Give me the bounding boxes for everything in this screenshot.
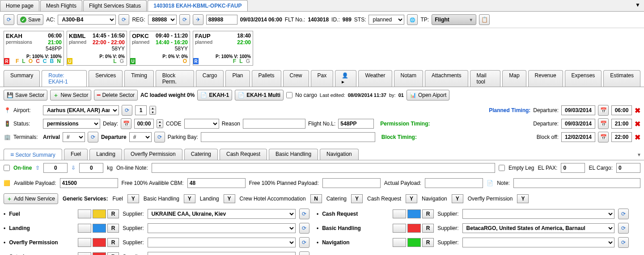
service-status-1[interactable] bbox=[393, 238, 406, 247]
flightno-input[interactable] bbox=[338, 119, 374, 129]
subtab-fuel[interactable]: Fuel bbox=[64, 149, 88, 160]
calendar-icon[interactable] bbox=[598, 105, 609, 116]
supplier-refresh[interactable] bbox=[299, 251, 309, 255]
fuel-down-input[interactable] bbox=[79, 163, 103, 173]
avail-payload-input[interactable] bbox=[60, 178, 118, 188]
gs-catering-toggle[interactable]: Y bbox=[351, 194, 363, 203]
service-status-2[interactable] bbox=[407, 224, 421, 233]
delay-input[interactable] bbox=[134, 119, 154, 129]
supplier-select[interactable] bbox=[148, 252, 296, 255]
block-date-input[interactable] bbox=[561, 132, 595, 142]
tab-notam[interactable]: Notam bbox=[394, 70, 423, 87]
seq-spinner[interactable]: ▲▼ bbox=[149, 106, 156, 115]
service-status-1[interactable] bbox=[78, 238, 91, 247]
tab-weather[interactable]: Weather bbox=[358, 70, 392, 87]
open-airport-button[interactable]: Open Aiport bbox=[407, 90, 449, 100]
departure-select[interactable]: # bbox=[129, 132, 152, 142]
delay-spinner[interactable]: ▲▼ bbox=[157, 119, 163, 128]
tab-route-ekah-1[interactable]: Route: EKAH-1 bbox=[42, 70, 87, 87]
service-r-button[interactable]: R bbox=[107, 252, 119, 255]
gs-landing-toggle[interactable]: Y bbox=[224, 194, 235, 203]
tab-summary[interactable]: Summary bbox=[4, 70, 40, 87]
tab-timing[interactable]: Timing bbox=[124, 70, 154, 87]
subtab-catering[interactable]: Catering bbox=[184, 149, 218, 160]
no-cargo-checkbox[interactable] bbox=[286, 92, 292, 98]
tab-home[interactable]: Home page bbox=[0, 0, 39, 11]
subtab-overflow-icon[interactable]: ▼ bbox=[637, 152, 641, 157]
service-status-1[interactable] bbox=[78, 252, 91, 255]
arrival-refresh[interactable] bbox=[88, 132, 98, 142]
service-r-button[interactable]: R bbox=[422, 238, 434, 247]
subtab-cash-request[interactable]: Cash Request bbox=[220, 149, 267, 160]
actual-payload-input[interactable] bbox=[425, 178, 483, 188]
service-r-button[interactable]: R bbox=[107, 238, 119, 247]
parking-input[interactable] bbox=[201, 132, 375, 142]
save-sector-button[interactable]: Save Sector bbox=[4, 90, 47, 100]
subtab-navigation[interactable]: Navigation bbox=[320, 149, 359, 160]
tab-cargo[interactable]: Cargo bbox=[196, 70, 224, 87]
elpax-input[interactable] bbox=[561, 163, 585, 173]
online-note-input[interactable] bbox=[152, 163, 495, 173]
gs-fuel-toggle[interactable]: Y bbox=[127, 194, 139, 203]
copy-button[interactable]: 📋 bbox=[479, 14, 490, 25]
ekah1-button[interactable]: EKAH-1 bbox=[197, 90, 232, 100]
supplier-refresh[interactable] bbox=[618, 223, 629, 234]
airport-select[interactable]: Aarhus (EKAH, AAR) Aarhu bbox=[43, 105, 119, 115]
service-r-button[interactable]: R bbox=[422, 224, 434, 233]
service-status-2[interactable] bbox=[407, 238, 421, 247]
fuel-up-input[interactable] bbox=[43, 163, 68, 173]
code-select[interactable] bbox=[184, 119, 219, 129]
service-status-2[interactable] bbox=[93, 224, 106, 233]
sts-select[interactable]: planned bbox=[369, 15, 404, 25]
service-status-2[interactable] bbox=[93, 238, 106, 247]
clear-planned-button[interactable]: ✖ bbox=[635, 106, 640, 115]
add-new-service-button[interactable]: Add New Service bbox=[4, 193, 58, 204]
perm-time-input[interactable] bbox=[611, 119, 632, 129]
gs-ofp-toggle[interactable]: Y bbox=[517, 194, 529, 203]
service-status-2[interactable] bbox=[93, 252, 106, 255]
delete-sector-button[interactable]: Delete Sector bbox=[94, 90, 138, 100]
clear-block-button[interactable]: ✖ bbox=[635, 133, 640, 142]
tab-block-perm-[interactable]: Block Perm. bbox=[156, 70, 194, 87]
supplier-select[interactable] bbox=[148, 238, 296, 247]
tab-expenses[interactable]: Expenses bbox=[565, 70, 602, 87]
new-sector-button[interactable]: New Sector bbox=[50, 90, 91, 100]
tab-attachments[interactable]: Attachments bbox=[425, 70, 468, 87]
online-checkbox[interactable] bbox=[4, 165, 10, 171]
tp-select[interactable]: Flight▼ bbox=[432, 14, 476, 25]
subtab-overfly-permission[interactable]: Overfly Permission bbox=[124, 149, 182, 160]
service-status-1[interactable] bbox=[393, 209, 406, 218]
block-time-input[interactable] bbox=[611, 132, 632, 142]
calendar-icon[interactable] bbox=[598, 118, 609, 129]
ekah1-multi-button[interactable]: EKAH-1 Multi bbox=[235, 90, 284, 100]
service-r-button[interactable]: R bbox=[107, 209, 119, 218]
service-r-button[interactable]: R bbox=[422, 209, 434, 218]
save-button[interactable]: Save bbox=[17, 14, 43, 25]
ac-refresh-button[interactable] bbox=[119, 14, 129, 25]
gs-cha-toggle[interactable]: N bbox=[310, 194, 322, 203]
supplier-select[interactable]: UKRAINE CAA, Ukraine, Kiev bbox=[148, 209, 296, 219]
tab-pallets[interactable]: Pallets bbox=[252, 70, 281, 87]
subtab-sector-summary[interactable]: Sector Summary bbox=[4, 149, 62, 160]
tab-mesh-flights[interactable]: Mesh Flights bbox=[40, 0, 82, 11]
tab-overflow-icon[interactable]: ▼ bbox=[631, 0, 644, 11]
tab-crew[interactable]: Crew bbox=[283, 70, 309, 87]
status-select[interactable]: permissions bbox=[43, 119, 100, 129]
service-status-1[interactable] bbox=[78, 209, 91, 218]
reason-input[interactable] bbox=[243, 119, 305, 129]
tab-estimates[interactable]: Estimates bbox=[603, 70, 640, 87]
leg-card[interactable]: OPKC 09:40 - 11:20 planned 14:40 - 16:20… bbox=[130, 31, 190, 66]
reg-refresh-button[interactable] bbox=[179, 14, 190, 25]
service-r-button[interactable]: R bbox=[107, 224, 119, 233]
service-status-1[interactable] bbox=[78, 224, 91, 233]
gs-cash-toggle[interactable]: Y bbox=[406, 194, 417, 203]
planned-payload-input[interactable] bbox=[322, 178, 381, 188]
elcargo-input[interactable] bbox=[616, 163, 640, 173]
supplier-refresh[interactable] bbox=[618, 209, 629, 219]
gs-nav-toggle[interactable]: Y bbox=[452, 194, 463, 203]
cbm-input[interactable] bbox=[187, 178, 246, 188]
planned-date-input[interactable] bbox=[561, 105, 595, 115]
tab-flight-detail[interactable]: 1403018 EKAH-KBML-OPKC-FAUP bbox=[148, 0, 247, 11]
tab-services[interactable]: Services bbox=[89, 70, 123, 87]
supplier-select[interactable]: BetacaRGO, United States of America, Bar… bbox=[462, 223, 614, 233]
